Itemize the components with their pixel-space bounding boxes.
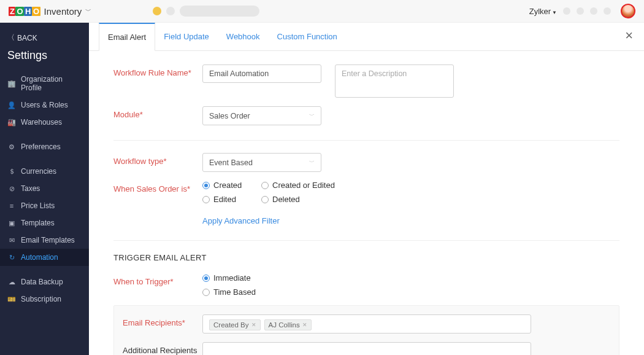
module-value: Sales Order [209, 112, 250, 120]
chip-label: Created By [213, 321, 249, 329]
radio-label: Created [213, 181, 242, 190]
rule-name-label: Workflow Rule Name* [113, 64, 202, 77]
chevron-down-icon: ﹀ [85, 7, 91, 15]
recipients-label: Email Recipients* [123, 314, 202, 327]
main-panel: Email AlertField UpdateWebhookCustom Fun… [89, 23, 644, 355]
sidebar-item-price-lists[interactable]: ≡Price Lists [0, 197, 89, 214]
sidebar: 〈 BACK Settings 🏢Organization Profile👤Us… [0, 23, 89, 355]
sidebar-item-label: Price Lists [21, 201, 55, 210]
sidebar-item-taxes[interactable]: ⊘Taxes [0, 180, 89, 197]
radio-created[interactable]: Created [202, 181, 261, 190]
tabs: Email AlertField UpdateWebhookCustom Fun… [89, 23, 644, 51]
close-icon[interactable]: ✕ [251, 322, 256, 328]
sidebar-item-currencies[interactable]: ＄Currencies [0, 163, 89, 180]
radio-label: Created or Edited [272, 181, 335, 190]
radio-edited[interactable]: Edited [202, 195, 261, 204]
tab-webhook[interactable]: Webhook [218, 23, 269, 51]
chip-label: AJ Collins [269, 321, 300, 329]
radio-label: Time Based [213, 287, 256, 297]
email-block: Email Recipients* Created By✕AJ Collins✕… [113, 305, 619, 355]
sidebar-item-label: Currencies [21, 167, 56, 176]
sidebar-item-label: Templates [21, 219, 55, 227]
top-action[interactable] [577, 7, 584, 15]
placeholder-dot [166, 7, 175, 15]
sidebar-item-email-templates[interactable]: ✉Email Templates [0, 232, 89, 249]
top-placeholders [153, 6, 259, 17]
sidebar-icon: ↻ [7, 253, 16, 262]
caret-down-icon: ▼ [552, 10, 557, 15]
org-switcher[interactable]: Zylker▼ [529, 7, 557, 16]
sidebar-icon: ⚙ [7, 142, 16, 151]
avatar[interactable] [621, 4, 635, 18]
additional-recipients-label: Additional Recipients [123, 342, 202, 355]
radio-immediate[interactable]: Immediate [202, 273, 256, 283]
apply-advanced-filter-link[interactable]: Apply Advanced Filter [202, 213, 280, 225]
when-label: When Sales Order is* [113, 181, 202, 193]
radio-created-or-edited[interactable]: Created or Edited [261, 181, 347, 190]
close-icon[interactable]: × [625, 29, 633, 42]
sidebar-icon: ✉ [7, 236, 16, 244]
radio-label: Deleted [272, 195, 300, 204]
rule-name-input[interactable] [202, 64, 321, 83]
sidebar-item-organization-profile[interactable]: 🏢Organization Profile [0, 71, 89, 96]
placeholder-bar [180, 6, 259, 17]
sidebar-icon: ⊘ [7, 184, 16, 193]
sidebar-icon: ＄ [7, 167, 16, 176]
back-label: BACK [17, 34, 37, 42]
sidebar-item-data-backup[interactable]: ☁Data Backup [0, 273, 89, 291]
app-name: Inventory [44, 6, 82, 17]
recipients-input[interactable]: Created By✕AJ Collins✕ [202, 314, 531, 334]
radio-icon [202, 289, 210, 296]
radio-deleted[interactable]: Deleted [261, 195, 347, 204]
top-action[interactable] [563, 7, 570, 15]
when-trigger-label: When to Trigger* [113, 273, 202, 286]
trigger-heading: TRIGGER EMAIL ALERT [113, 253, 619, 262]
top-action[interactable] [590, 7, 597, 15]
module-select[interactable]: Sales Order ﹀ [202, 106, 321, 125]
back-button[interactable]: 〈 BACK [0, 29, 89, 47]
topbar: ZOHO Inventory ﹀ Zylker▼ [0, 0, 644, 23]
top-action[interactable] [604, 7, 611, 15]
sidebar-icon: 🏢 [7, 79, 16, 88]
workflow-type-select[interactable]: Event Based ﹀ [202, 153, 321, 172]
radio-icon [261, 182, 269, 189]
zoho-logo: ZOHO [9, 7, 40, 16]
additional-recipients-input[interactable] [202, 342, 531, 355]
sidebar-item-users-roles[interactable]: 👤Users & Roles [0, 96, 89, 114]
tab-custom-function[interactable]: Custom Function [269, 23, 346, 51]
chip-aj-collins: AJ Collins✕ [264, 319, 312, 330]
sidebar-item-subscription[interactable]: 🎫Subscription [0, 291, 89, 308]
sidebar-icon: 👤 [7, 101, 16, 109]
workflow-form: Workflow Rule Name* Enter a Description … [89, 51, 644, 355]
sidebar-item-templates[interactable]: ▣Templates [0, 214, 89, 232]
sidebar-item-automation[interactable]: ↻Automation [0, 249, 89, 266]
module-label: Module* [113, 106, 202, 119]
close-icon[interactable]: ✕ [302, 322, 307, 328]
tab-field-update[interactable]: Field Update [155, 23, 218, 51]
tab-email-alert[interactable]: Email Alert [99, 23, 155, 51]
description-input[interactable]: Enter a Description [335, 64, 454, 98]
chevron-down-icon: ﹀ [309, 158, 315, 166]
radio-label: Edited [213, 195, 236, 204]
workflow-type-value: Event Based [209, 158, 253, 167]
sidebar-item-preferences[interactable]: ⚙Preferences [0, 138, 89, 155]
sidebar-icon: ☁ [7, 278, 16, 286]
chip-created-by: Created By✕ [209, 319, 261, 330]
radio-icon [261, 196, 269, 203]
radio-icon [202, 196, 210, 203]
sidebar-icon: ▣ [7, 219, 16, 227]
sidebar-item-label: Email Templates [21, 236, 75, 244]
workflow-type-label: Workflow type* [113, 153, 202, 166]
app-switcher[interactable]: ZOHO Inventory ﹀ [9, 6, 91, 17]
radio-time-based[interactable]: Time Based [202, 287, 256, 297]
sidebar-item-warehouses[interactable]: 🏭Warehouses [0, 114, 89, 131]
radio-icon [202, 275, 210, 282]
sidebar-icon: ≡ [7, 201, 16, 210]
radio-label: Immediate [213, 273, 251, 283]
sidebar-item-label: Data Backup [21, 278, 63, 286]
chevron-down-icon: ﹀ [309, 112, 315, 120]
placeholder-dot [153, 7, 161, 15]
sidebar-item-label: Taxes [21, 184, 40, 193]
sidebar-item-label: Preferences [21, 142, 61, 151]
sidebar-heading: Settings [0, 47, 89, 71]
